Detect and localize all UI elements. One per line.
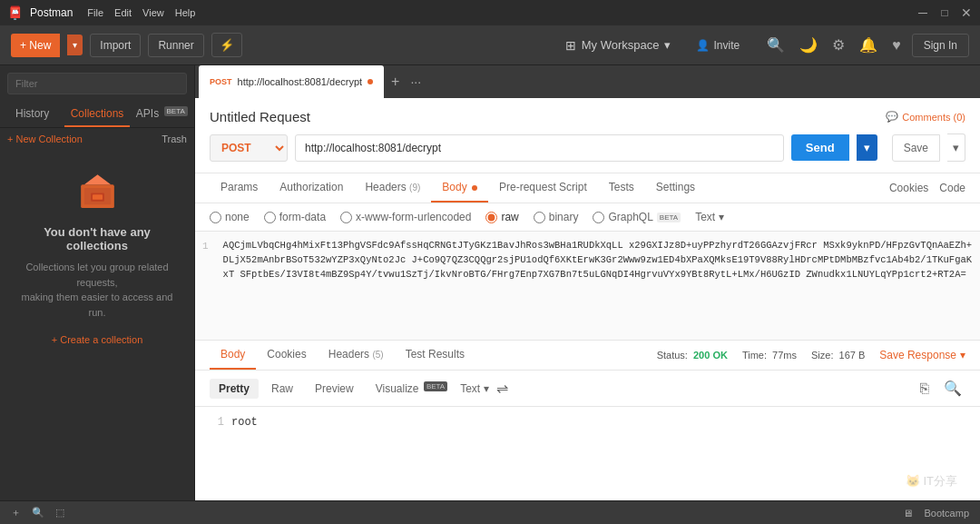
request-title-text: Untitled Request [210,109,310,124]
statusbar-button-3[interactable]: ⬚ [55,506,64,519]
statusbar-button-2[interactable]: 🔍 [32,506,44,519]
resp-tab-body[interactable]: Body [210,341,256,370]
save-response-button[interactable]: Save Response ▾ [879,349,965,361]
resp-search-button[interactable]: 🔍 [940,376,965,400]
resp-tab-cookies[interactable]: Cookies [256,341,317,370]
request-line: POST GET PUT DELETE Send ▾ Save ▾ [210,133,965,162]
menu-help[interactable]: Help [175,7,196,18]
statusbar-button-1[interactable]: ＋ [11,506,21,519]
request-tab-0[interactable]: POST http://localhost:8081/decrypt [199,65,384,98]
add-tab-button[interactable]: + [386,74,405,90]
statusbar-right: 🖥 Bootcamp [903,508,969,519]
cookies-link[interactable]: Cookies [889,182,928,194]
req-tab-body[interactable]: Body [431,173,488,203]
new-collection-button[interactable]: + New Collection [7,133,83,144]
plus-icon: ＋ [11,506,21,519]
search-icon-btn[interactable]: 🔍 [763,33,789,57]
response-line-1: 1 root [210,414,965,431]
response-tabs: Body Cookies Headers (5) Test Results [210,341,475,370]
response-status: Status: 200 OK Time: 77ms Size: 167 B Sa… [657,349,965,361]
moon-icon-btn[interactable]: 🌙 [796,33,821,57]
body-radio-none[interactable]: none [210,211,250,223]
runner-button[interactable]: Runner [148,34,203,57]
search-input[interactable] [7,73,187,94]
body-radio-graphql[interactable]: GraphQL BETA [593,211,681,223]
code-link[interactable]: Code [939,182,965,194]
req-tab-authorization[interactable]: Authorization [269,173,354,203]
signin-button[interactable]: Sign In [912,34,969,57]
more-tabs-button[interactable]: ··· [405,74,426,89]
resp-copy-button[interactable]: ⎘ [916,376,933,400]
send-button-arrow[interactable]: ▾ [857,134,877,161]
sidebar-tab-collections[interactable]: Collections [64,102,129,127]
close-button[interactable]: ✕ [960,6,973,19]
grid-icon: ⊞ [565,38,576,53]
comments-link[interactable]: 💬 Comments (0) [886,111,965,123]
resp-view-preview[interactable]: Preview [306,379,363,399]
send-button[interactable]: Send [791,134,849,161]
comments-label: Comments (0) [902,112,965,123]
new-button[interactable]: + New [11,34,60,57]
minimize-button[interactable]: ─ [916,6,929,19]
titlebar: 📮 Postman File Edit View Help ─ □ ✕ [0,0,980,25]
body-editor[interactable]: 1 AQCjmLVbqCHg4hMixFt13PhgVSFdc9AfssHqCR… [195,231,980,340]
menu-edit[interactable]: Edit [114,7,132,18]
request-tabs: Params Authorization Headers (9) Body Pr… [195,173,980,203]
menu-file[interactable]: File [87,7,103,18]
req-tab-headers[interactable]: Headers (9) [354,173,431,203]
body-radio-urlencoded[interactable]: x-www-form-urlencoded [340,211,471,223]
sidebar-tab-history[interactable]: History [0,102,64,127]
bell-icon-btn[interactable]: 🔔 [856,33,881,57]
body-radio-raw[interactable]: raw [485,211,518,223]
svg-marker-2 [83,174,110,184]
req-tab-settings[interactable]: Settings [645,173,706,203]
resp-format-button[interactable]: ⇌ [493,376,512,400]
invite-button[interactable]: 👤 Invite [687,35,749,56]
resp-view-raw[interactable]: Raw [262,379,302,399]
url-input[interactable] [295,134,784,162]
statusbar: ＋ 🔍 ⬚ 🖥 Bootcamp [0,500,980,524]
resp-view-pretty[interactable]: Pretty [210,379,259,399]
tab-method: POST [210,77,232,86]
workspace-button[interactable]: ⊞ My Workspace ▾ [556,34,681,57]
body-options: none form-data x-www-form-urlencoded raw… [195,203,980,231]
sidebar-tab-apis[interactable]: APIs BETA [130,102,194,127]
tab-url: http://localhost:8081/decrypt [238,76,363,87]
body-active-dot [472,185,477,191]
bootcamp-label: Bootcamp [924,508,969,519]
apis-beta-badge: BETA [164,106,188,116]
workspace-chevron-icon: ▾ [664,38,671,52]
body-type-dropdown[interactable]: Text ▾ [695,211,724,223]
create-collection-button[interactable]: + Create a collection [52,334,143,345]
headers-count: (9) [409,183,420,193]
body-radio-formdata[interactable]: form-data [264,211,326,223]
req-tab-prerequest[interactable]: Pre-request Script [488,173,598,203]
save-button[interactable]: Save [892,134,940,162]
toolbar-extra-button[interactable]: ⚡ [211,33,242,57]
resp-tab-testresults[interactable]: Test Results [395,341,475,370]
body-radio-binary[interactable]: binary [534,211,579,223]
menu-view[interactable]: View [142,7,164,18]
resp-text-type-button[interactable]: Text ▾ [460,382,489,395]
save-button-arrow[interactable]: ▾ [947,133,965,162]
resp-view-visualize[interactable]: Visualize BETA [367,379,456,399]
sidebar-empty-title: You don't have any collections [15,225,180,252]
resp-tab-headers[interactable]: Headers (5) [318,341,395,370]
statusbar-left: ＋ 🔍 ⬚ [11,506,64,519]
sidebar-empty-desc: Collections let you group related reques… [15,260,180,320]
new-button-arrow[interactable]: ▾ [67,35,83,55]
req-tab-tests[interactable]: Tests [598,173,645,203]
app-title: Postman [30,6,73,19]
req-tab-params[interactable]: Params [210,173,269,203]
heart-icon-btn[interactable]: ♥ [888,33,905,57]
maximize-button[interactable]: □ [938,6,951,19]
settings-icon-btn[interactable]: ⚙ [828,33,848,57]
graphql-beta-badge: BETA [657,213,681,222]
request-area: Untitled Request 💬 Comments (0) POST GET… [195,98,980,173]
method-select[interactable]: POST GET PUT DELETE [210,134,288,162]
import-button[interactable]: Import [90,34,141,57]
time-value: 77ms [772,350,797,361]
request-title-row: Untitled Request 💬 Comments (0) [210,109,965,124]
response-view-opts: Pretty Raw Preview Visualize BETA Text ▾… [195,371,980,407]
trash-button[interactable]: Trash [162,133,187,144]
